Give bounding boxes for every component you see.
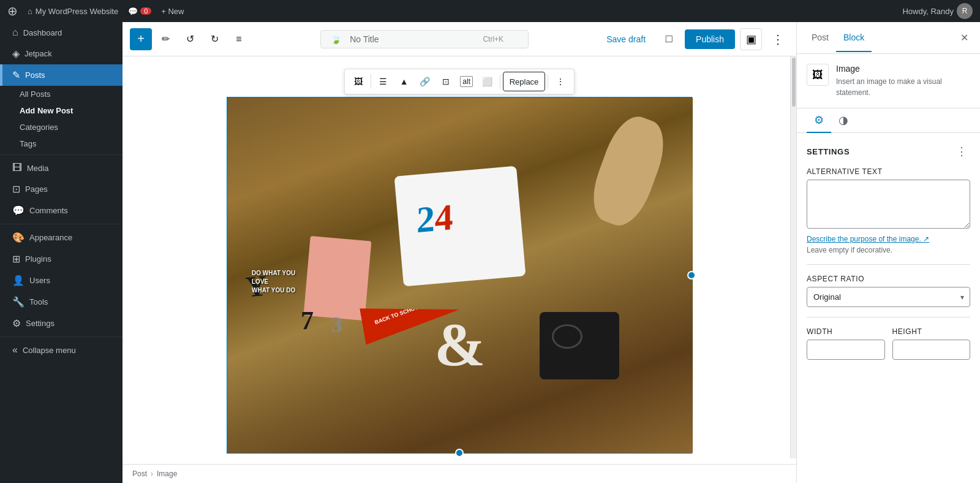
settings-tab-button[interactable]: ⚙ xyxy=(807,108,831,133)
shirt-item: 24 xyxy=(394,166,526,287)
wp-logo-icon: ⊕ xyxy=(7,4,18,18)
block-name: Image xyxy=(836,64,970,74)
image-content: 24 BACK TO SCHOOL & Y 7 xyxy=(227,97,693,453)
sidebar-item-plugins[interactable]: ⊞ Plugins xyxy=(0,248,123,270)
comments-icon: 💬 xyxy=(128,7,138,16)
panel-close-button[interactable]: ✕ xyxy=(956,29,973,47)
list-view-button[interactable]: ≡ xyxy=(228,28,250,50)
howdy-link[interactable]: Howdy, Randy R xyxy=(902,3,973,19)
block-align-button[interactable]: ☰ xyxy=(374,72,393,91)
sidebar-item-add-new-post[interactable]: Add New Post xyxy=(0,102,123,119)
sidebar-item-categories[interactable]: Categories xyxy=(0,119,123,135)
breadcrumb-post[interactable]: Post xyxy=(132,470,147,478)
sidebar-item-collapse[interactable]: « Collapse menu xyxy=(0,340,123,360)
block-alt-button[interactable]: alt xyxy=(457,72,477,91)
block-more-icon: ⋮ xyxy=(556,77,565,86)
aspect-ratio-select-wrapper: Original 16:9 4:3 1:1 ▾ xyxy=(807,287,970,307)
site-name-link[interactable]: ⌂ My WordPress Website xyxy=(28,7,118,16)
resize-handle-right[interactable] xyxy=(687,271,696,280)
post-title-input[interactable]: 🍃 No Title Ctrl+K xyxy=(320,30,529,48)
redo-button[interactable]: ↻ xyxy=(203,28,225,50)
new-content-link[interactable]: + New xyxy=(161,7,184,16)
breadcrumb-image[interactable]: Image xyxy=(157,470,177,478)
alt-text-input[interactable] xyxy=(807,180,970,229)
height-input[interactable] xyxy=(892,340,971,360)
comments-link[interactable]: 💬 0 xyxy=(128,7,151,16)
block-caption-button[interactable]: ⬜ xyxy=(478,72,497,91)
height-label: HEIGHT xyxy=(892,327,971,336)
add-block-button[interactable]: + xyxy=(130,28,152,50)
sidebar-item-media[interactable]: 🎞 Media xyxy=(0,158,123,178)
plugins-icon: ⊞ xyxy=(12,253,20,265)
block-image-type-button[interactable]: 🖼 xyxy=(349,72,368,91)
sidebar-item-comments[interactable]: 💬 Comments xyxy=(0,200,123,221)
dashboard-icon: ⌂ xyxy=(12,27,18,38)
settings-more-button[interactable]: ⋮ xyxy=(953,143,970,160)
sidebar-item-all-posts[interactable]: All Posts xyxy=(0,86,123,102)
settings-more-icon: ⋮ xyxy=(956,145,967,158)
link-icon: 🔗 xyxy=(420,77,430,86)
editor-toolbar: + ✏ ↺ ↻ ≡ 🍃 No Title Ctrl+K xyxy=(123,22,796,56)
sidebar-item-jetpack[interactable]: ◈ Jetpack xyxy=(0,43,123,64)
sidebar-item-dashboard[interactable]: ⌂ Dashboard xyxy=(0,22,123,43)
undo-icon: ↺ xyxy=(186,33,194,45)
sidebar-label-dashboard: Dashboard xyxy=(23,28,62,37)
preview-button[interactable]: □ xyxy=(658,28,680,50)
alt-icon: alt xyxy=(460,76,473,87)
redo-icon: ↻ xyxy=(211,33,219,45)
editor-area: + ✏ ↺ ↻ ≡ 🍃 No Title Ctrl+K xyxy=(123,22,796,483)
avatar: R xyxy=(957,3,973,19)
sidebar-item-tags[interactable]: Tags xyxy=(0,135,123,152)
editor-scrollbar[interactable] xyxy=(790,56,796,458)
toolbar-separator-3 xyxy=(548,74,548,89)
sidebar: ⌂ Dashboard ◈ Jetpack ✎ Posts All Posts … xyxy=(0,22,123,483)
resize-handle-bottom[interactable] xyxy=(455,449,464,457)
sidebar-label-users: Users xyxy=(29,276,50,285)
sidebar-label-tools: Tools xyxy=(29,297,48,306)
settings-style-tabs: ⚙ ◑ xyxy=(797,108,980,133)
describe-purpose-link[interactable]: Describe the purpose of the image. ↗ xyxy=(807,235,970,243)
tab-block[interactable]: Block xyxy=(836,24,872,52)
sidebar-item-tools[interactable]: 🔧 Tools xyxy=(0,291,123,313)
block-info: 🖼 Image Insert an image to make a visual… xyxy=(797,54,980,108)
replace-button[interactable]: Replace xyxy=(503,72,546,91)
pages-icon: ⊡ xyxy=(12,183,20,195)
caption-icon: ⬜ xyxy=(482,77,492,86)
block-crop-button[interactable]: ⊡ xyxy=(436,72,456,91)
block-info-text: Image Insert an image to make a visual s… xyxy=(836,64,970,98)
toolbar-separator-2 xyxy=(500,74,500,89)
more-options-button[interactable]: ⋮ xyxy=(767,28,789,50)
sidebar-label-all-posts: All Posts xyxy=(20,89,51,99)
decorative-hint: Leave empty if decorative. xyxy=(807,246,970,254)
sidebar-item-pages[interactable]: ⊡ Pages xyxy=(0,178,123,200)
block-link-button[interactable]: 🔗 xyxy=(415,72,435,91)
sidebar-label-jetpack: Jetpack xyxy=(24,49,52,58)
image-block[interactable]: 24 BACK TO SCHOOL & Y 7 xyxy=(227,97,692,454)
sidebar-label-pages: Pages xyxy=(25,184,48,194)
sidebar-item-settings[interactable]: ⚙ Settings xyxy=(0,313,123,334)
text-icon: ▲ xyxy=(400,77,409,86)
dimension-fields: WIDTH HEIGHT xyxy=(807,327,970,360)
panel-body: Settings ⋮ ALTERNATIVE TEXT Describe the… xyxy=(797,133,980,483)
styles-tab-button[interactable]: ◑ xyxy=(831,108,856,133)
sidebar-item-posts[interactable]: ✎ Posts xyxy=(0,64,123,86)
wp-logo-link[interactable]: ⊕ xyxy=(7,4,18,18)
undo-button[interactable]: ↺ xyxy=(179,28,201,50)
width-input[interactable] xyxy=(807,340,885,360)
block-more-button[interactable]: ⋮ xyxy=(551,72,570,91)
save-draft-button[interactable]: Save draft xyxy=(599,31,653,48)
block-text-button[interactable]: ▲ xyxy=(394,72,414,91)
media-icon: 🎞 xyxy=(12,162,22,173)
aspect-ratio-select[interactable]: Original 16:9 4:3 1:1 xyxy=(807,287,970,307)
publish-button[interactable]: Publish xyxy=(685,29,735,49)
pen-tool-button[interactable]: ✏ xyxy=(154,28,176,50)
site-name: My WordPress Website xyxy=(36,7,118,16)
title-area: 🍃 No Title Ctrl+K xyxy=(252,30,597,48)
block-description: Insert an image to make a visual stateme… xyxy=(836,76,970,98)
comments-sidebar-icon: 💬 xyxy=(12,205,24,216)
settings-toggle-button[interactable]: ▣ xyxy=(740,28,762,50)
sidebar-item-appearance[interactable]: 🎨 Appearance xyxy=(0,227,123,248)
sidebar-item-users[interactable]: 👤 Users xyxy=(0,270,123,291)
sidebar-label-comments: Comments xyxy=(29,206,68,215)
tab-post[interactable]: Post xyxy=(804,24,836,52)
